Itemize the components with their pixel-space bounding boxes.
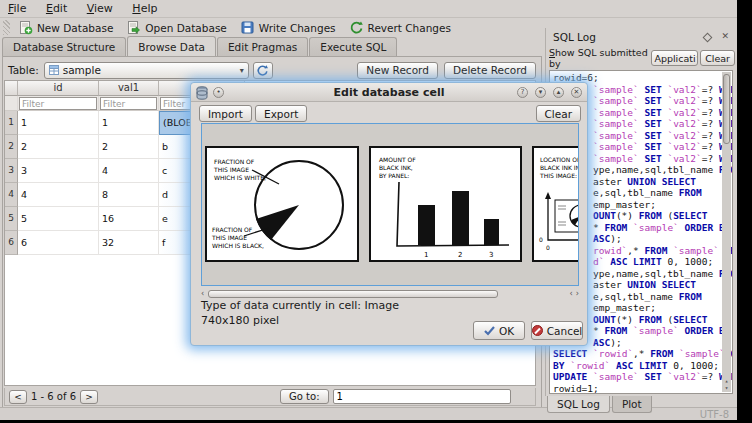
dialog-titlebar[interactable]: • Edit database cell ? ▾ ▴ ✕ — [191, 83, 587, 102]
table-cell[interactable]: 1 — [99, 111, 159, 135]
tab-edit-pragmas[interactable]: Edit Pragmas — [217, 37, 308, 57]
check-icon — [484, 326, 495, 336]
table-cell[interactable]: 6 — [18, 231, 99, 255]
import-button[interactable]: Import — [199, 105, 252, 122]
prev-record-button[interactable]: < — [9, 390, 27, 404]
tab-browse-data[interactable]: Browse Data — [127, 36, 216, 57]
log-clear-button[interactable]: Clear — [700, 50, 735, 66]
column-header-val1[interactable]: val1 — [99, 81, 159, 96]
delete-record-button[interactable]: Delete Record — [444, 62, 536, 79]
sql-source-select[interactable]: Applicati ▾ — [651, 50, 698, 66]
row-header[interactable]: 1 — [5, 111, 18, 135]
refresh-button[interactable] — [253, 62, 273, 79]
encoding-status: UTF-8 — [700, 409, 729, 420]
record-navigation: < 1 - 6 of 6 > Go to: — [4, 388, 536, 406]
new-database-button[interactable]: New Database — [13, 19, 121, 36]
open-database-button[interactable]: Open Database — [121, 19, 234, 36]
menu-edit[interactable]: Edit — [38, 0, 75, 18]
record-count: 1 - 6 of 6 — [31, 391, 76, 402]
dock-close-icon[interactable]: ✕ — [721, 31, 729, 41]
scroll-left2-icon[interactable]: ‹ — [570, 289, 573, 298]
shade-down-button[interactable]: ▾ — [535, 87, 546, 98]
filter-input-id[interactable] — [19, 97, 97, 110]
table-cell[interactable]: 2 — [18, 135, 99, 159]
refresh-icon — [256, 64, 269, 77]
svg-text:THIS IMAGE: THIS IMAGE — [211, 234, 247, 241]
table-icon — [49, 65, 59, 75]
svg-text:AMOUNT OF: AMOUNT OF — [379, 156, 416, 163]
help-button[interactable]: ? — [517, 87, 528, 98]
write-changes-button[interactable]: Write Changes — [235, 19, 344, 36]
table-cell[interactable]: 5 — [18, 207, 99, 231]
table-cell[interactable]: 16 — [99, 207, 159, 231]
svg-text:FRACTION OF: FRACTION OF — [214, 158, 255, 165]
goto-input[interactable] — [333, 389, 511, 404]
svg-text:1: 1 — [424, 251, 428, 259]
dialog-toolbar: Import Export Clear — [199, 105, 581, 123]
svg-text:WHICH IS WHITE,: WHICH IS WHITE, — [214, 174, 266, 181]
log-scrollbar-arrows[interactable]: ▴▾ — [722, 377, 731, 391]
row-header[interactable]: 6 — [5, 231, 18, 255]
dock-controls: Show SQL submitted by Applicati ▾ Clear — [549, 47, 735, 69]
open-database-icon — [126, 20, 141, 35]
table-cell[interactable]: 32 — [99, 231, 159, 255]
cell-image-view[interactable]: FRACTION OF THIS IMAGE WHICH IS WHITE, F… — [201, 123, 579, 286]
ok-button[interactable]: OK — [473, 321, 525, 340]
image-hscrollbar[interactable]: ‹ ‹ › — [201, 289, 579, 298]
table-select[interactable]: sample ▾ — [44, 62, 249, 79]
row-header[interactable]: 4 — [5, 183, 18, 207]
cancel-button[interactable]: Cancel — [531, 321, 583, 340]
row-header[interactable]: 3 — [5, 159, 18, 183]
cancel-icon — [532, 325, 543, 336]
table-label: Table: — [8, 64, 39, 76]
svg-text:THIS IMAGE:: THIS IMAGE: — [539, 172, 577, 179]
new-record-button[interactable]: New Record — [357, 62, 438, 79]
scroll-right-icon[interactable]: › — [576, 289, 579, 298]
log-scrollbar-thumb[interactable] — [723, 74, 730, 144]
column-header-id[interactable]: id — [18, 81, 99, 96]
table-cell[interactable]: 4 — [18, 183, 99, 207]
log-scrollbar[interactable]: ▴▾ — [722, 72, 731, 392]
tab-sql-log[interactable]: SQL Log — [547, 396, 610, 413]
row-header[interactable]: 2 — [5, 135, 18, 159]
table-cell[interactable]: 1 — [18, 111, 99, 135]
cell-clear-button[interactable]: Clear — [536, 105, 581, 122]
menu-help[interactable]: Help — [124, 0, 165, 18]
revert-changes-icon — [349, 20, 364, 35]
toolbar-handle[interactable] — [3, 20, 10, 35]
menu-view[interactable]: View — [79, 0, 121, 18]
svg-text:WHICH IS BLACK,: WHICH IS BLACK, — [212, 242, 264, 249]
filter-input-val1[interactable] — [100, 97, 157, 110]
cell-size-text: 740x180 pixel — [201, 314, 279, 327]
cell-type-text: Type of data currently in cell: Image — [201, 299, 399, 312]
chevron-down-icon: ▾ — [240, 66, 244, 75]
revert-changes-button[interactable]: Revert Changes — [344, 19, 459, 36]
comic-panel-pie: FRACTION OF THIS IMAGE WHICH IS WHITE, F… — [205, 146, 359, 262]
table-cell[interactable]: 2 — [99, 135, 159, 159]
hscrollbar-thumb[interactable] — [208, 290, 498, 298]
next-record-button[interactable]: > — [80, 390, 98, 404]
table-cell[interactable]: 8 — [99, 183, 159, 207]
menu-file[interactable]: File — [0, 0, 34, 18]
table-cell[interactable]: 4 — [99, 159, 159, 183]
tab-execute-sql[interactable]: Execute SQL — [309, 37, 397, 57]
table-cell[interactable]: 3 — [18, 159, 99, 183]
export-button[interactable]: Export — [255, 105, 307, 122]
svg-text:THIS IMAGE: THIS IMAGE — [213, 166, 249, 173]
tab-plot[interactable]: Plot — [612, 396, 652, 413]
sql-log-line: UPDATE `sample` SET `val2`=? WHERE — [553, 371, 732, 383]
close-button[interactable]: ✕ — [571, 87, 582, 98]
sql-log-line: rowid=1; — [553, 383, 732, 395]
svg-text:LOCATION OF: LOCATION OF — [540, 156, 579, 163]
scroll-left-icon[interactable]: ‹ — [201, 289, 204, 298]
open-database-label: Open Database — [145, 22, 226, 34]
shade-up-button[interactable]: ▴ — [553, 87, 564, 98]
row-header[interactable]: 5 — [5, 207, 18, 231]
grid-corner[interactable] — [5, 81, 18, 96]
goto-button[interactable]: Go to: — [280, 389, 328, 404]
comic-panel-bars: AMOUNT OF BLACK INK, BY PANEL: 1 2 3 — [369, 146, 522, 262]
table-select-value: sample — [63, 64, 101, 76]
sql-log-line: BY `rowid` ASC LIMIT 0, 1000; — [553, 360, 732, 372]
tab-database-structure[interactable]: Database Structure — [2, 37, 126, 57]
svg-text:BLACK INK,: BLACK INK, — [379, 164, 413, 171]
